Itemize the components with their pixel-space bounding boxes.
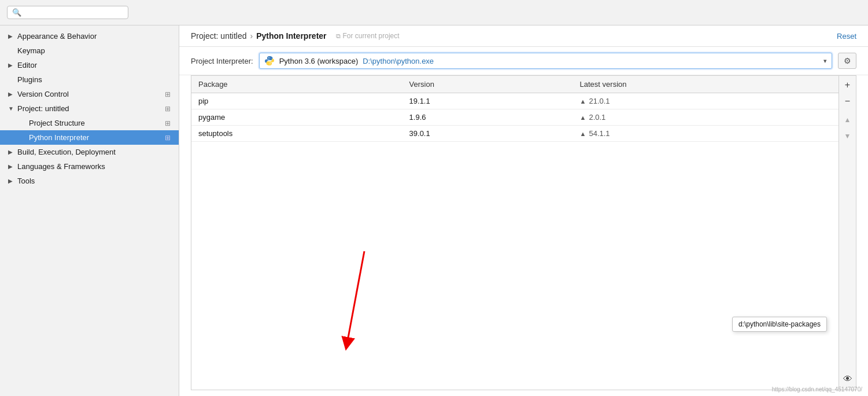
sidebar-item-label: Editor	[17, 61, 171, 69]
sidebar-item-badge: ⊞	[165, 119, 171, 127]
table-row[interactable]: pygame1.9.6▲2.0.1	[191, 109, 839, 126]
sidebar-item-keymap[interactable]: Keymap	[0, 43, 179, 58]
show-paths-button[interactable]: 👁	[840, 371, 856, 387]
package-version: 19.1.1	[402, 93, 573, 109]
sidebar-item-label: Project Structure	[29, 119, 161, 127]
collapse-arrow-icon: ▼	[8, 105, 14, 112]
sidebar-item-label: Keymap	[17, 46, 171, 55]
version-update-indicator: ▲54.1.1	[580, 129, 832, 138]
reset-button[interactable]: Reset	[837, 32, 856, 41]
sidebar-item-project-structure[interactable]: Project Structure⊞	[0, 116, 179, 130]
sidebar-item-label: Plugins	[17, 75, 171, 84]
package-name: setuptools	[191, 126, 402, 142]
interpreter-label: Project Interpreter:	[191, 57, 253, 65]
interpreter-path: D:\python\python.exe	[363, 57, 434, 65]
for-current-project: ⧉ For current project	[336, 32, 400, 40]
table-action-buttons: + − ▲ ▼ 👁	[839, 76, 856, 390]
sidebar-item-label: Languages & Frameworks	[17, 162, 171, 171]
package-name: pygame	[191, 109, 402, 126]
sidebar-item-tools[interactable]: ▶Tools	[0, 174, 179, 188]
sidebar-item-label: Project: untitled	[17, 104, 161, 113]
up-arrow-icon: ▲	[580, 130, 586, 137]
top-bar: 🔍	[0, 0, 868, 25]
interpreter-select-dropdown[interactable]: Python 3.6 (workspace) D:\python\python.…	[259, 53, 832, 69]
breadcrumb: Project: untitled › Python Interpreter ⧉…	[191, 31, 400, 41]
packages-table-area: Package Version Latest version pip19.1.1…	[191, 75, 856, 390]
expand-arrow-icon: ▶	[8, 163, 14, 170]
watermark: https://blog.csdn.net/qq_45147070/	[772, 386, 862, 393]
sidebar-item-label: Python Interpreter	[29, 133, 161, 142]
sidebar-item-appearance[interactable]: ▶Appearance & Behavior	[0, 29, 179, 43]
table-row[interactable]: pip19.1.1▲21.0.1	[191, 93, 839, 109]
site-packages-tooltip: d:\python\lib\site-packages	[732, 317, 827, 332]
sidebar-item-python-interpreter[interactable]: Python Interpreter⊞	[0, 130, 179, 145]
gear-icon: ⚙	[844, 56, 851, 65]
table-row[interactable]: setuptools39.0.1▲54.1.1	[191, 126, 839, 142]
expand-arrow-icon: ▶	[8, 33, 14, 39]
expand-arrow-icon: ▶	[8, 149, 14, 155]
package-version: 1.9.6	[402, 109, 573, 126]
search-box[interactable]: 🔍	[7, 6, 128, 19]
sidebar-item-label: Appearance & Behavior	[17, 32, 171, 41]
sidebar-item-version-control[interactable]: ▶Version Control⊞	[0, 87, 179, 101]
content-header: Project: untitled › Python Interpreter ⧉…	[179, 25, 868, 47]
sidebar-item-project-untitled[interactable]: ▼Project: untitled⊞	[0, 101, 179, 116]
sidebar-item-label: Build, Execution, Deployment	[17, 148, 171, 156]
col-latest-version: Latest version	[573, 76, 839, 93]
add-package-button[interactable]: +	[840, 77, 856, 93]
python-icon	[264, 56, 275, 66]
content-area: Project: untitled › Python Interpreter ⧉…	[179, 25, 868, 396]
sidebar-item-build-execution[interactable]: ▶Build, Execution, Deployment	[0, 145, 179, 159]
col-version: Version	[402, 76, 573, 93]
scroll-down-button[interactable]: ▼	[840, 128, 856, 144]
sidebar-item-badge: ⊞	[165, 90, 171, 98]
version-update-indicator: ▲21.0.1	[580, 97, 832, 105]
package-version: 39.0.1	[402, 126, 573, 142]
package-latest-version: ▲54.1.1	[573, 126, 839, 142]
expand-arrow-icon: ▶	[8, 91, 14, 97]
up-arrow-icon: ▲	[580, 114, 586, 121]
sidebar-item-label: Tools	[17, 177, 171, 185]
main-layout: ▶Appearance & BehaviorKeymap▶EditorPlugi…	[0, 25, 868, 396]
sidebar-item-badge: ⊞	[165, 134, 171, 142]
interpreter-row: Project Interpreter: Python 3.6 (workspa…	[179, 47, 868, 75]
package-name: pip	[191, 93, 402, 109]
sidebar: ▶Appearance & BehaviorKeymap▶EditorPlugi…	[0, 25, 179, 396]
interpreter-settings-button[interactable]: ⚙	[838, 53, 856, 69]
interpreter-name: Python 3.6 (workspace)	[279, 57, 359, 65]
sidebar-item-languages-frameworks[interactable]: ▶Languages & Frameworks	[0, 159, 179, 174]
remove-package-button[interactable]: −	[840, 93, 856, 109]
package-latest-version: ▲21.0.1	[573, 93, 839, 109]
copy-icon: ⧉	[336, 32, 341, 40]
col-package: Package	[191, 76, 402, 93]
sidebar-item-badge: ⊞	[165, 105, 171, 113]
sidebar-item-plugins[interactable]: Plugins	[0, 72, 179, 87]
scroll-up-button[interactable]: ▲	[840, 112, 856, 128]
version-update-indicator: ▲2.0.1	[580, 113, 832, 122]
packages-table: Package Version Latest version pip19.1.1…	[191, 76, 839, 390]
sidebar-item-editor[interactable]: ▶Editor	[0, 58, 179, 72]
breadcrumb-current: Python Interpreter	[256, 31, 326, 41]
sidebar-item-label: Version Control	[17, 90, 161, 98]
breadcrumb-separator: ›	[250, 31, 253, 41]
dropdown-arrow-icon: ▾	[823, 57, 827, 65]
search-icon: 🔍	[12, 8, 21, 17]
expand-arrow-icon: ▶	[8, 178, 14, 184]
expand-arrow-icon: ▶	[8, 62, 14, 68]
breadcrumb-project: Project: untitled	[191, 31, 247, 41]
package-latest-version: ▲2.0.1	[573, 109, 839, 126]
search-input[interactable]	[24, 8, 123, 17]
up-arrow-icon: ▲	[580, 98, 586, 105]
